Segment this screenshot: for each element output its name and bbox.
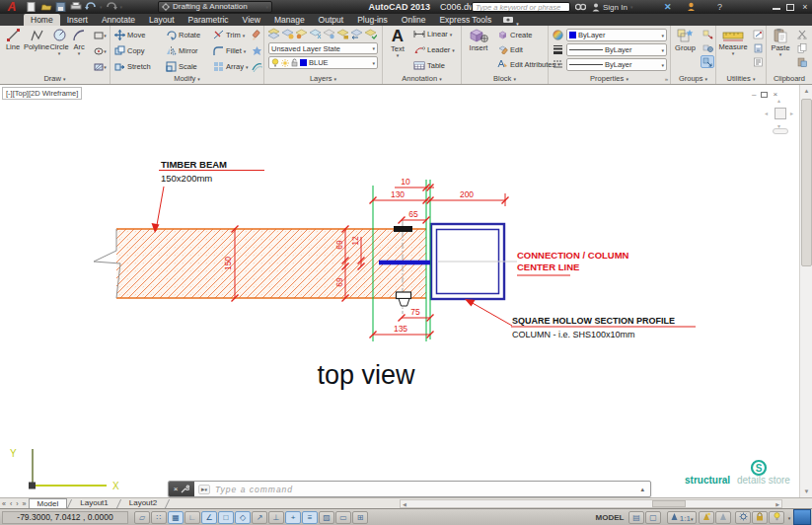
horizontal-scrollbar[interactable]: ◀ ▶	[400, 499, 782, 508]
panel-label-modify[interactable]: Modify ▾	[111, 74, 263, 84]
model-space-icon-button[interactable]: ▤	[628, 511, 644, 524]
annotation-scale-button[interactable]: 1:1▾	[667, 511, 697, 524]
text-button[interactable]: A Text ▾	[385, 28, 410, 57]
open-folder-icon[interactable]	[40, 2, 52, 12]
object-snap-tracking-toggle[interactable]: ↗	[252, 511, 267, 524]
group-selectable-toggle[interactable]	[701, 55, 714, 68]
object-snap-3d-toggle[interactable]: ◇	[235, 511, 251, 524]
polyline-button[interactable]: Polyline	[24, 28, 49, 51]
paste-special-button[interactable]	[795, 55, 809, 68]
help-icon[interactable]: ?	[717, 1, 722, 13]
panel-label-annotation[interactable]: Annotation ▾	[383, 74, 461, 84]
linear-dimension-button[interactable]: Linear▾	[413, 30, 452, 38]
tab-manage[interactable]: Manage	[267, 14, 312, 26]
new-file-icon[interactable]	[26, 2, 37, 12]
screen-capture-icon[interactable]	[502, 15, 514, 24]
ungroup-button[interactable]	[701, 28, 714, 40]
move-button[interactable]: Move	[114, 30, 145, 40]
color-wheel-icon[interactable]	[553, 30, 563, 40]
tab-model[interactable]: Model	[29, 498, 68, 508]
explode-button[interactable]	[250, 44, 263, 57]
command-line-grip[interactable]: ×	[169, 482, 194, 496]
insert-block-button[interactable]: Insert	[464, 28, 493, 52]
layer-state-icon[interactable]	[364, 28, 377, 39]
measure-button[interactable]: Measure ▾	[717, 28, 749, 55]
vertical-scroll-thumb[interactable]	[801, 99, 812, 266]
rotate-button[interactable]: Rotate	[166, 30, 200, 40]
scroll-right-button[interactable]: ▶	[775, 500, 779, 508]
tab-home[interactable]: Home	[24, 14, 60, 26]
undo-caret-icon[interactable]: ▾	[100, 5, 103, 9]
table-button[interactable]: Table	[413, 61, 445, 70]
leader-button[interactable]: Leader▾	[413, 45, 455, 54]
object-snap-toggle[interactable]: □	[218, 511, 234, 524]
layer-properties-icon[interactable]	[267, 28, 280, 39]
status-overflow-caret-icon[interactable]: ▾	[785, 511, 793, 524]
layer-match-icon[interactable]	[281, 28, 294, 39]
viewcube-left-icon[interactable]: ◂	[765, 110, 768, 116]
viewport-controls-label[interactable]: [-][Top][2D Wireframe]	[2, 87, 82, 100]
copy-clip-button[interactable]	[795, 41, 809, 54]
tab-view[interactable]: View	[236, 14, 267, 26]
undo-icon[interactable]	[85, 2, 97, 12]
stretch-button[interactable]: Stretch	[114, 61, 151, 72]
group-button[interactable]: Group	[672, 28, 699, 52]
polar-tracking-toggle[interactable]: ∠	[201, 511, 217, 524]
circle-button[interactable]: Circle ▾	[49, 28, 69, 55]
copy-button[interactable]: Copy	[114, 45, 145, 56]
selection-cycling-toggle[interactable]: ⊞	[352, 511, 368, 524]
list-button[interactable]	[751, 55, 765, 68]
autocad-logo-icon[interactable]: A	[2, 0, 22, 14]
viewport-minimize-icon[interactable]: –	[752, 90, 756, 99]
dynamic-input-toggle[interactable]: +	[285, 511, 301, 524]
offset-button[interactable]	[250, 60, 263, 73]
tab-annotate[interactable]: Annotate	[95, 14, 142, 26]
quick-view-layouts-button[interactable]: ▢	[645, 511, 661, 524]
redo-caret-icon[interactable]: ▾	[120, 5, 123, 9]
arc-button[interactable]: Arc ▾	[69, 28, 89, 55]
scroll-down-button[interactable]: ▼	[801, 486, 812, 497]
viewcube[interactable]: ▴ ▾ ◂ ▸	[768, 101, 793, 126]
command-expand-icon[interactable]: ▴	[640, 486, 644, 493]
tab-layout1[interactable]: Layout1	[72, 498, 115, 508]
quick-properties-toggle[interactable]: ▭	[335, 511, 351, 524]
layer-lock-icon[interactable]	[336, 28, 349, 39]
annotation-autoscale-button[interactable]	[715, 511, 731, 524]
command-prompt-icon[interactable]: ▸▾	[198, 485, 210, 494]
coordinates-readout[interactable]: -79.3000, 7.0412 , 0.0000	[2, 511, 128, 524]
erase-button[interactable]	[250, 29, 263, 41]
trim-button[interactable]: Trim▾	[213, 30, 245, 40]
redo-icon[interactable]	[106, 2, 117, 12]
linetype-icon[interactable]	[553, 59, 563, 69]
lineweight-display-toggle[interactable]: ≡	[302, 511, 318, 524]
tab-output[interactable]: Output	[312, 14, 351, 26]
vertical-scrollbar[interactable]: ▲ ▼	[799, 85, 812, 497]
transparency-toggle[interactable]: ▨	[319, 511, 334, 524]
tab-express-tools[interactable]: Express Tools	[432, 14, 498, 26]
tab-online[interactable]: Online	[395, 14, 433, 26]
model-space-button[interactable]: MODEL	[593, 511, 627, 524]
workspace-switching-button[interactable]	[735, 511, 751, 524]
scroll-up-button[interactable]: ▲	[801, 85, 812, 97]
lock-ui-button[interactable]	[752, 511, 768, 524]
tab-layout[interactable]: Layout	[142, 14, 182, 26]
viewcube-right-icon[interactable]: ▸	[790, 110, 793, 116]
panel-label-draw[interactable]: Draw ▾	[0, 74, 110, 84]
workspace-dropdown[interactable]: Drafting & Annotation ▾	[158, 1, 272, 13]
tab-parametric[interactable]: Parametric	[182, 14, 236, 26]
color-dropdown[interactable]: ByLayer▾	[566, 29, 667, 41]
tab-layout2[interactable]: Layout2	[121, 498, 165, 508]
grid-display-toggle[interactable]: ▦	[168, 511, 184, 524]
annotation-visibility-button[interactable]	[699, 511, 714, 524]
group-edit-button[interactable]	[701, 41, 714, 54]
exchange-apps-icon[interactable]: ✕	[664, 1, 672, 13]
snap-mode-toggle[interactable]: ∷	[151, 511, 167, 524]
infer-constraints-toggle[interactable]: ▱	[134, 511, 150, 524]
command-wrench-icon[interactable]	[181, 485, 189, 493]
tab-insert[interactable]: Insert	[60, 14, 95, 26]
command-close-icon[interactable]: ×	[174, 485, 179, 493]
properties-panel-launcher-icon[interactable]: »	[665, 74, 668, 84]
sign-in-button[interactable]: Sign In ▾	[592, 1, 632, 13]
panel-label-properties[interactable]: Properties ▾ »	[549, 74, 670, 84]
window-minimize-button[interactable]	[773, 4, 780, 10]
